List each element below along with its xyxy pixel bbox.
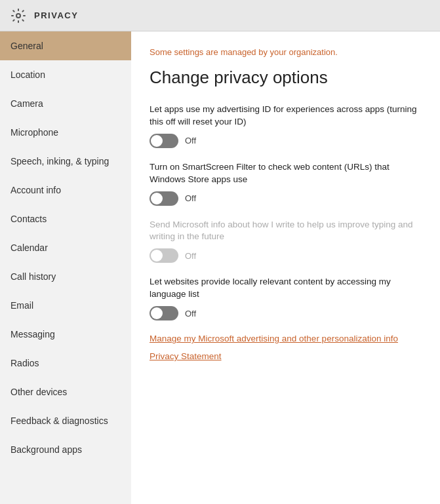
toggle-row-typing-info: Off	[150, 248, 422, 263]
toggle-knob-language-list	[151, 307, 163, 319]
org-notice: Some settings are managed by your organi…	[150, 47, 422, 57]
toggle-label-typing-info: Off	[185, 251, 196, 261]
app-header: PRIVACY	[0, 0, 440, 31]
sidebar-item-email[interactable]: Email	[0, 291, 131, 320]
sidebar-item-speech[interactable]: Speech, inking, & typing	[0, 147, 131, 176]
toggle-label-smartscreen: Off	[185, 193, 196, 203]
toggle-label-advertising-id: Off	[185, 136, 196, 145]
sidebar-item-general[interactable]: General	[0, 31, 131, 60]
sidebar-item-messaging[interactable]: Messaging	[0, 320, 131, 349]
sidebar-item-location[interactable]: Location	[0, 60, 131, 89]
toggle-advertising-id[interactable]	[150, 134, 178, 148]
setting-typing-info: Send Microsoft info about how I write to…	[150, 219, 422, 263]
toggle-row-smartscreen: Off	[150, 191, 422, 206]
toggle-typing-info	[150, 248, 178, 263]
sidebar-item-background-apps[interactable]: Background apps	[0, 435, 131, 464]
toggle-row-advertising-id: Off	[150, 134, 422, 148]
setting-advertising-id: Let apps use my advertising ID for exper…	[150, 104, 422, 148]
toggle-knob-advertising-id	[151, 135, 163, 147]
toggle-knob-smartscreen	[151, 193, 163, 204]
page-title: Change privacy options	[150, 68, 422, 88]
sidebar-item-contacts[interactable]: Contacts	[0, 204, 131, 233]
link-privacy-statement[interactable]: Privacy Statement	[150, 351, 422, 361]
toggle-row-language-list: Off	[150, 306, 422, 320]
sidebar: GeneralLocationCameraMicrophoneSpeech, i…	[0, 31, 131, 504]
main-layout: GeneralLocationCameraMicrophoneSpeech, i…	[0, 31, 440, 504]
sidebar-item-radios[interactable]: Radios	[0, 349, 131, 378]
setting-description-typing-info: Send Microsoft info about how I write to…	[150, 219, 422, 244]
sidebar-item-call-history[interactable]: Call history	[0, 262, 131, 291]
setting-smartscreen: Turn on SmartScreen Filter to check web …	[150, 161, 422, 206]
sidebar-item-account-info[interactable]: Account info	[0, 176, 131, 204]
toggle-smartscreen[interactable]	[150, 191, 178, 206]
settings-list: Let apps use my advertising ID for exper…	[150, 104, 422, 320]
setting-language-list: Let websites provide locally relevant co…	[150, 276, 422, 320]
svg-point-0	[16, 14, 20, 18]
content-area: Some settings are managed by your organi…	[131, 31, 440, 504]
setting-description-language-list: Let websites provide locally relevant co…	[150, 276, 422, 301]
setting-description-advertising-id: Let apps use my advertising ID for exper…	[150, 104, 422, 128]
links-list: Manage my Microsoft advertising and othe…	[150, 334, 422, 361]
setting-description-smartscreen: Turn on SmartScreen Filter to check web …	[150, 161, 422, 186]
gear-icon	[10, 8, 26, 24]
sidebar-item-calendar[interactable]: Calendar	[0, 233, 131, 262]
link-manage-advertising[interactable]: Manage my Microsoft advertising and othe…	[150, 334, 422, 343]
toggle-label-language-list: Off	[185, 309, 196, 319]
sidebar-item-microphone[interactable]: Microphone	[0, 118, 131, 147]
app-title: PRIVACY	[34, 10, 78, 20]
sidebar-item-camera[interactable]: Camera	[0, 89, 131, 118]
sidebar-item-other-devices[interactable]: Other devices	[0, 378, 131, 406]
toggle-language-list[interactable]	[150, 306, 178, 320]
toggle-knob-typing-info	[151, 250, 163, 262]
sidebar-item-feedback-diagnostics[interactable]: Feedback & diagnostics	[0, 406, 131, 435]
